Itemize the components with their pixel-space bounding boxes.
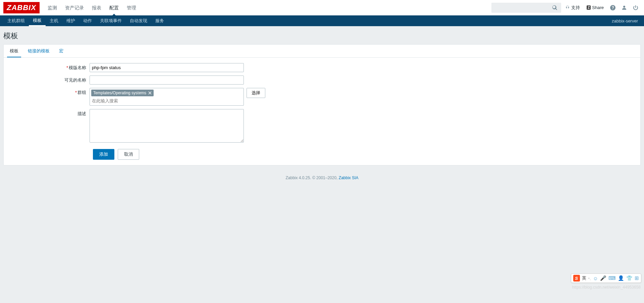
footer-link[interactable]: Zabbix SIA [339,175,359,180]
user-icon[interactable] [619,3,629,13]
row-groups: *群组 Templates/Operating systems 选择 [9,88,635,106]
chip-group-label: Templates/Operating systems [93,91,146,95]
row-visible-name: 可见的名称 [9,75,635,85]
server-name-label: zabbix-server [612,18,641,23]
form-buttons: 添加 取消 [93,149,635,160]
multiselect-groups[interactable]: Templates/Operating systems [90,88,244,106]
label-template-name: *模版名称 [9,63,90,71]
footer: Zabbix 4.0.25. © 2001–2020, Zabbix SIA [0,165,644,184]
add-button[interactable]: 添加 [93,149,114,160]
nav-inventory[interactable]: 资产记录 [61,0,88,15]
chip-group: Templates/Operating systems [91,90,154,96]
search-icon[interactable] [550,3,560,13]
subnav-correlation[interactable]: 关联项事件 [96,15,126,26]
nav-reports[interactable]: 报表 [88,0,105,15]
subnav-actions[interactable]: 动作 [79,15,96,26]
form-area: *模版名称 可见的名称 *群组 Templates/Operating syst… [4,58,640,165]
share-label: Share [592,5,604,10]
search-input[interactable] [493,3,550,12]
page-heading: 模板 [0,26,644,44]
label-groups: *群组 [9,88,90,96]
top-header: ZABBIX 监测 资产记录 报表 配置 管理 支持 Z Share [0,0,644,15]
page-title: 模板 [3,31,641,41]
tab-macros[interactable]: 宏 [56,45,66,57]
nav-monitor[interactable]: 监测 [44,0,61,15]
support-label: 支持 [571,5,580,11]
sub-nav: 主机群组 模板 主机 维护 动作 关联项事件 自动发现 服务 zabbix-se… [0,15,644,26]
subnav-templates[interactable]: 模板 [29,15,46,26]
tab-template[interactable]: 模板 [7,45,21,57]
input-template-name[interactable] [90,63,244,72]
input-groups-search[interactable] [91,97,243,105]
row-template-name: *模版名称 [9,63,635,72]
help-icon[interactable] [608,3,618,13]
share-button[interactable]: Z Share [584,3,606,13]
search-box [491,3,561,13]
z-badge-icon: Z [587,5,591,10]
subnav-maintenance[interactable]: 维护 [62,15,79,26]
logo[interactable]: ZABBIX [3,2,40,13]
form-tabs: 模板 链接的模板 宏 [4,45,640,58]
subnav-discovery[interactable]: 自动发现 [126,15,151,26]
row-description: 描述 [9,109,635,144]
textarea-description[interactable] [90,109,244,143]
subnav-hostgroups[interactable]: 主机群组 [3,15,29,26]
chip-remove-icon[interactable] [148,91,152,95]
power-icon[interactable] [631,3,641,13]
button-select-groups[interactable]: 选择 [247,88,265,98]
nav-config[interactable]: 配置 [105,0,123,15]
nav-admin[interactable]: 管理 [123,0,140,15]
main-nav: 监测 资产记录 报表 配置 管理 [44,0,140,15]
subnav-services[interactable]: 服务 [151,15,168,26]
label-description: 描述 [9,109,90,117]
tab-linked-templates[interactable]: 链接的模板 [25,45,52,57]
footer-text: Zabbix 4.0.25. © 2001–2020, [286,175,339,180]
label-visible-name: 可见的名称 [9,75,90,83]
subnav-hosts[interactable]: 主机 [46,15,62,26]
input-visible-name[interactable] [90,75,244,85]
support-button[interactable]: 支持 [562,3,583,13]
header-right: 支持 Z Share [491,3,641,13]
form-panel: 模板 链接的模板 宏 *模版名称 可见的名称 *群组 Templates/Ope… [3,44,641,165]
cancel-button[interactable]: 取消 [118,149,139,160]
